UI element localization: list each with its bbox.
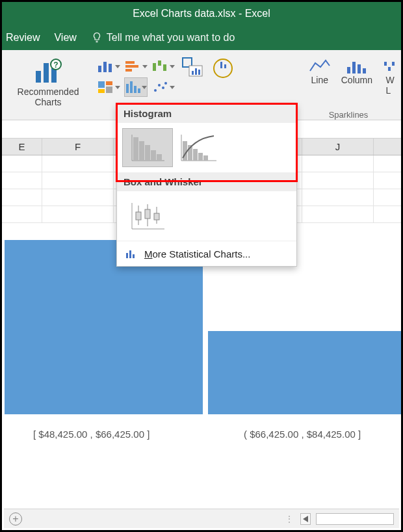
chart-type-statistic-button[interactable] [124,77,148,97]
embedded-chart[interactable]: [ $48,425.00 , $66,425.00 ] ( $66,425.00… [5,240,398,448]
svg-rect-35 [352,62,356,73]
svg-point-25 [164,82,167,85]
ribbon-tabs: Review View Tell me what you want to do [2,25,401,50]
box-whisker-option[interactable] [122,196,173,235]
svg-rect-21 [138,88,140,93]
svg-rect-1 [44,63,49,83]
svg-rect-45 [145,145,150,161]
svg-rect-60 [145,209,150,219]
svg-rect-33 [224,64,226,68]
svg-rect-29 [195,68,197,75]
col-header-F[interactable]: F [42,139,114,155]
status-bar: + ⋮ [4,509,399,528]
tell-me-search[interactable]: Tell me what you want to do [91,32,235,44]
histogram-option[interactable] [122,128,173,167]
svg-rect-20 [134,86,136,93]
more-charts-label: More Statistical Charts... [144,248,250,259]
statistical-chart-dropdown: Histogram [116,103,297,267]
svg-rect-64 [129,250,131,258]
svg-rect-5 [98,66,101,72]
3dmap-icon [211,57,235,79]
chart-type-waterfall-button[interactable] [151,57,175,76]
svg-text:?: ? [53,60,58,70]
pivotchart-button[interactable] [181,54,205,79]
svg-rect-54 [203,155,208,161]
sparkline-column-label: Column [341,75,372,85]
svg-rect-0 [36,71,41,83]
svg-rect-32 [220,62,222,68]
statusbar-grip-icon: ⋮ [285,514,295,524]
svg-point-22 [154,89,157,92]
svg-rect-46 [151,150,156,161]
pareto-icon [177,132,219,163]
sparkline-winloss-icon [383,58,397,75]
svg-rect-6 [103,62,107,72]
tab-view[interactable]: View [54,32,76,44]
svg-rect-52 [193,149,198,161]
svg-rect-15 [106,81,112,85]
axis-label-bin2: ( $66,425.00 , $84,425.00 ] [244,429,361,440]
col-header-J[interactable]: J [302,139,374,155]
chart-type-scatter-button[interactable] [151,77,175,97]
svg-rect-17 [98,89,105,93]
3dmap-button[interactable] [211,54,235,79]
histogram-bar-2 [208,331,403,414]
recommended-charts-label: Recommended Charts [18,86,79,107]
svg-rect-13 [163,64,166,71]
pivotchart-icon [181,57,205,79]
svg-rect-44 [139,141,144,161]
sparkline-column-button[interactable]: Column [341,58,372,96]
axis-label-bin1: [ $48,425.00 , $66,425.00 ] [33,429,150,440]
statistical-charts-icon [125,248,138,259]
tab-review[interactable]: Review [6,32,40,44]
svg-rect-40 [392,62,395,66]
svg-marker-66 [303,516,308,522]
svg-rect-30 [198,70,200,75]
chart-type-column-button[interactable] [97,57,120,76]
box-whisker-icon [128,200,167,232]
sparkline-line-label: Line [311,75,328,85]
svg-rect-38 [384,62,387,66]
svg-rect-19 [130,81,133,93]
col-header-E[interactable]: E [2,139,42,155]
lightbulb-icon [91,32,103,44]
dropdown-header-boxwhisker: Box and Whisker [117,172,296,191]
more-statistical-charts[interactable]: More Statistical Charts... [117,241,296,266]
chart-type-hierarchy-button[interactable] [97,77,120,97]
horizontal-scrollbar[interactable] [316,513,394,525]
recommended-charts-button[interactable]: ? Recommended Charts [6,54,90,107]
svg-rect-36 [358,64,361,73]
pareto-option[interactable] [173,128,224,167]
group-label-sparklines: Sparklines [300,110,397,120]
chart-type-bar-button[interactable] [124,57,148,76]
svg-rect-43 [133,137,138,161]
svg-rect-34 [347,67,350,73]
scroll-left-button[interactable] [300,513,311,525]
new-sheet-button[interactable]: + [9,512,22,525]
histogram-icon [128,132,167,163]
svg-rect-65 [133,254,135,258]
svg-point-31 [214,59,232,77]
svg-rect-58 [136,212,141,220]
svg-rect-7 [109,64,112,72]
svg-rect-11 [153,63,156,71]
svg-rect-39 [388,67,391,71]
svg-rect-14 [98,81,105,88]
sparkline-column-icon [346,58,368,75]
sparkline-line-button[interactable]: Line [309,58,331,96]
svg-rect-9 [125,65,138,68]
insert-chart-grid [97,57,175,97]
svg-rect-63 [126,253,128,258]
svg-rect-16 [106,86,112,93]
svg-rect-10 [125,69,132,72]
svg-rect-53 [198,153,203,161]
svg-rect-8 [125,61,135,64]
tell-me-label: Tell me what you want to do [107,32,235,44]
chevron-left-icon [303,516,308,522]
svg-rect-28 [192,71,194,75]
svg-rect-37 [363,68,366,73]
svg-point-24 [162,86,164,89]
sparkline-line-icon [309,58,331,75]
sparkline-winloss-button[interactable]: W L [383,58,397,96]
dropdown-header-histogram: Histogram [117,104,296,123]
